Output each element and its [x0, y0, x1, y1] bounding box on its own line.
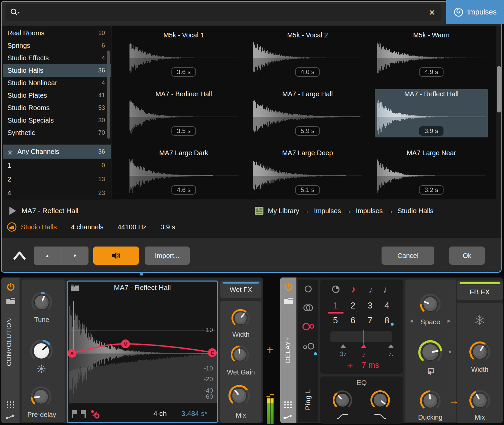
wetfx-gain-knob[interactable]: [230, 345, 249, 364]
note-eighth-icon[interactable]: ♪: [366, 284, 375, 295]
sidebar-item-studio-nonlinear[interactable]: Studio Nonlinear4: [3, 77, 111, 89]
wetfx-width-knob[interactable]: [231, 309, 250, 328]
note-quarter-icon[interactable]: ♩: [383, 284, 392, 295]
eq-lowpass-knob[interactable]: [370, 390, 390, 410]
channels-item-1[interactable]: 10: [3, 159, 111, 172]
result-card[interactable]: MA7 Large Deep 5.1 s: [251, 148, 364, 196]
fb-width-knob[interactable]: [469, 341, 491, 363]
sidebar-item-studio-rooms[interactable]: Studio Rooms53: [3, 102, 111, 114]
mode-stereo-icon[interactable]: [302, 303, 314, 314]
tune-knob[interactable]: [31, 292, 52, 313]
tap-7[interactable]: 7: [364, 315, 376, 326]
preview-audition-button[interactable]: [93, 247, 139, 265]
sidebar-item-studio-specials[interactable]: Studio Specials30: [3, 114, 111, 127]
result-card[interactable]: MA7 - Berliner Hall 3.5 s: [127, 89, 240, 137]
impulse-display[interactable]: MA7 - Reflect Hall +10 -10 -20 -40 -60 S…: [67, 281, 218, 423]
start-flag-icon[interactable]: [72, 410, 77, 420]
routing-icon[interactable]: [283, 414, 293, 422]
result-card[interactable]: MA7 Large Dark 4.6 s: [127, 148, 240, 196]
freeze-icon[interactable]: [474, 315, 485, 327]
env-node-start[interactable]: S: [70, 351, 74, 356]
tap-3[interactable]: 3: [364, 300, 376, 311]
sidebar-item-synthetic[interactable]: Synthetic70: [3, 127, 111, 139]
envelope-curve[interactable]: S M E: [68, 282, 218, 423]
predelay-knob[interactable]: [30, 386, 52, 407]
search-clear-button[interactable]: ×: [425, 7, 439, 19]
prev-result-button[interactable]: ▲: [34, 247, 61, 265]
result-card[interactable]: M5k - Vocal 2 4.0 s: [251, 30, 364, 78]
breadcrumb-item[interactable]: Impulses: [314, 207, 341, 215]
breadcrumb-item[interactable]: Studio Halls: [397, 207, 433, 215]
remote-controls-icon[interactable]: [284, 401, 292, 411]
folder-icon[interactable]: [284, 296, 293, 306]
import-button[interactable]: Import...: [145, 247, 190, 265]
tap-6[interactable]: 6: [347, 315, 359, 326]
wetfx-header[interactable]: Wet FX: [220, 281, 261, 298]
time-slider[interactable]: [330, 331, 392, 342]
results-scrollbar-track[interactable]: [497, 27, 501, 199]
search-input[interactable]: [5, 4, 441, 21]
result-card[interactable]: M5k - Warm 4.9 s: [375, 30, 488, 78]
mode-pingpong-icon-selected[interactable]: [302, 322, 315, 333]
eq-highpass-knob[interactable]: [332, 390, 353, 410]
plus-minus-icon[interactable]: ∓: [345, 360, 355, 370]
delay-mode-label[interactable]: Ping L: [304, 389, 312, 410]
sidebar-item-studio-halls[interactable]: Studio Halls36: [3, 64, 111, 77]
breadcrumb-item[interactable]: Impulses: [356, 207, 383, 215]
wetfx-mix-knob[interactable]: [228, 385, 250, 407]
fb-mix-knob[interactable]: [469, 390, 491, 411]
impulse-length[interactable]: 3.484 s*: [181, 410, 207, 418]
play-icon[interactable]: [9, 207, 16, 215]
tap-1-selected[interactable]: 1: [329, 300, 341, 311]
remote-controls-icon[interactable]: [6, 401, 15, 411]
delay-time-value[interactable]: 7 ms: [355, 360, 386, 370]
snap-marker-right[interactable]: [388, 344, 394, 348]
result-card[interactable]: M5k - Vocal 1 3.6 s: [127, 30, 240, 78]
sidebar-item-real-rooms[interactable]: Real Rooms10: [3, 27, 111, 39]
snap-marker-left[interactable]: [340, 344, 346, 348]
result-card[interactable]: MA7 Large Near 3.2 s: [375, 148, 488, 196]
sidebar-scrollbar[interactable]: [107, 51, 110, 139]
feedback-knob[interactable]: [418, 340, 443, 365]
time-slider-cursor[interactable]: [363, 330, 364, 344]
feedback-loop-icon[interactable]: [425, 366, 436, 377]
tab-impulses[interactable]: Impulses: [446, 0, 504, 24]
sidebar-item-studio-plates[interactable]: Studio Plates41: [3, 89, 111, 102]
result-card[interactable]: MA7 - Large Hall 5.9 s: [251, 89, 364, 137]
result-card-selected[interactable]: MA7 - Reflect Hall 3.9 s: [375, 89, 488, 137]
snap-marker-center[interactable]: [361, 344, 366, 348]
sidebar-item-studio-effects[interactable]: Studio Effects4: [3, 52, 111, 64]
end-flag-icon[interactable]: [80, 410, 86, 420]
mode-mono-icon[interactable]: [304, 285, 313, 295]
search-icon[interactable]: [9, 7, 20, 19]
note-sixteenth-icon[interactable]: ♪: [349, 284, 358, 295]
collapse-chevron-button[interactable]: [12, 249, 27, 263]
fbfx-header[interactable]: FB FX: [457, 281, 503, 300]
routing-icon[interactable]: [5, 414, 15, 422]
tap-4[interactable]: 4: [381, 300, 393, 311]
next-result-button[interactable]: ▼: [61, 247, 88, 265]
channels-item-2[interactable]: 213: [3, 172, 111, 186]
power-icon[interactable]: [6, 282, 15, 293]
ok-button[interactable]: Ok: [449, 247, 485, 265]
envelope-mode-icon[interactable]: [90, 409, 100, 420]
sidebar-item-springs[interactable]: Springs6: [3, 39, 111, 52]
env-node-mid[interactable]: M: [123, 341, 128, 347]
brightness-knob[interactable]: [30, 339, 53, 363]
channels-item-any[interactable]: * Any Channels 36: [3, 145, 111, 159]
folder-icon[interactable]: [6, 296, 15, 306]
space-knob[interactable]: [420, 293, 441, 315]
preview-category[interactable]: Studio Halls: [21, 223, 57, 231]
power-icon[interactable]: [284, 282, 293, 293]
ducking-knob[interactable]: [420, 390, 441, 412]
breadcrumb-item[interactable]: My Library: [268, 207, 299, 215]
channels-item-4[interactable]: 423: [3, 186, 111, 200]
time-mode-clock-icon[interactable]: [331, 285, 340, 295]
tap-2[interactable]: 2: [347, 300, 359, 311]
results-scrollbar-thumb[interactable]: [497, 66, 501, 112]
mode-pan-icon[interactable]: [302, 341, 316, 353]
env-node-end[interactable]: E: [211, 350, 214, 356]
cancel-button[interactable]: Cancel: [382, 247, 434, 265]
add-device-button[interactable]: +: [264, 343, 276, 357]
space-next-button[interactable]: ►: [445, 318, 453, 324]
